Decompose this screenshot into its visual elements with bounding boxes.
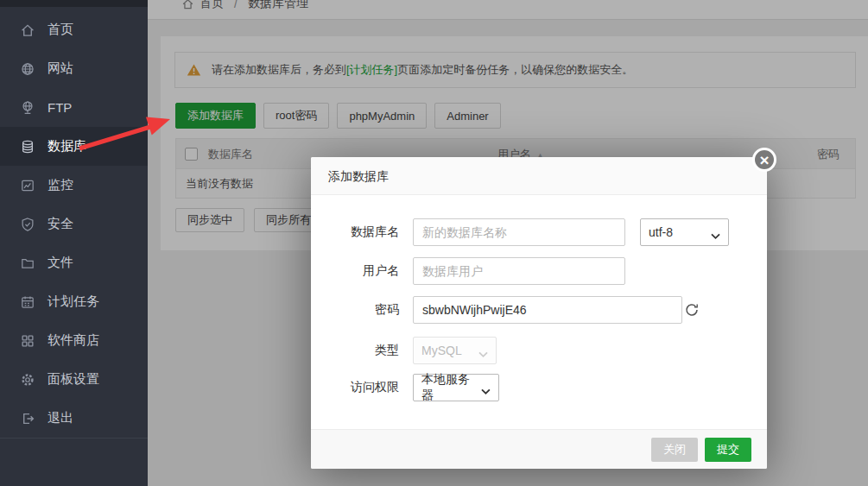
sidebar-item-label: 监控: [48, 177, 73, 193]
sidebar-menu: 首页 网站 FTP 数据库 监控 安全 文件 计划任务: [0, 7, 148, 439]
sidebar-item-settings[interactable]: 面板设置: [0, 360, 148, 399]
chevron-down-icon: [478, 347, 488, 354]
sidebar-item-label: 安全: [48, 216, 73, 232]
close-button[interactable]: 关闭: [651, 438, 698, 462]
dbtype-select-disabled: MySQL: [413, 337, 497, 364]
app-store-icon: [20, 333, 35, 349]
dbtype-label: 类型: [311, 343, 399, 358]
sidebar-item-label: FTP: [48, 100, 72, 115]
sidebar-item-monitor[interactable]: 监控: [0, 166, 148, 205]
dbname-row: 数据库名 utf-8: [311, 218, 767, 246]
sidebar-item-appstore[interactable]: 软件商店: [0, 321, 148, 360]
calendar-icon: [20, 294, 35, 310]
sidebar: 首页 网站 FTP 数据库 监控 安全 文件 计划任务: [0, 0, 148, 486]
sidebar-item-label: 数据库: [48, 138, 86, 155]
monitor-icon: [20, 178, 35, 193]
access-label: 访问权限: [311, 380, 399, 395]
add-database-modal: 添加数据库 数据库名 utf-8 用户名 密码 类型 MySQL 访问权限 本地…: [311, 157, 767, 469]
access-select[interactable]: 本地服务器: [413, 374, 499, 401]
shield-icon: [20, 217, 35, 232]
regenerate-password-icon[interactable]: [684, 302, 700, 318]
modal-title: 添加数据库: [311, 157, 767, 195]
sidebar-divider: [0, 438, 148, 439]
submit-button[interactable]: 提交: [705, 438, 751, 462]
sidebar-item-label: 退出: [48, 410, 73, 426]
dbtype-row: 类型 MySQL: [311, 337, 767, 364]
sidebar-item-files[interactable]: 文件: [0, 243, 148, 282]
sidebar-item-home[interactable]: 首页: [0, 10, 148, 49]
db-user-input[interactable]: [413, 257, 625, 285]
sidebar-item-label: 文件: [48, 255, 73, 271]
gear-icon: [20, 372, 35, 388]
sidebar-item-label: 计划任务: [48, 293, 99, 310]
chevron-down-icon: [481, 384, 491, 391]
modal-footer: 关闭 提交: [311, 429, 767, 469]
charset-select[interactable]: utf-8: [640, 218, 729, 246]
logout-icon: [20, 411, 35, 426]
charset-selected-value: utf-8: [649, 225, 673, 239]
sidebar-item-ftp[interactable]: FTP: [0, 88, 148, 127]
database-icon: [20, 139, 35, 155]
chevron-down-icon: [711, 229, 720, 236]
password-label: 密码: [311, 302, 399, 318]
password-row: 密码: [311, 296, 767, 324]
sidebar-item-label: 面板设置: [48, 371, 99, 388]
sidebar-item-label: 网站: [48, 60, 73, 77]
sidebar-item-label: 软件商店: [48, 332, 99, 349]
close-icon[interactable]: ×: [752, 148, 776, 172]
sidebar-item-logout[interactable]: 退出: [0, 399, 148, 438]
sidebar-item-label: 首页: [48, 22, 73, 38]
dbname-input[interactable]: [413, 218, 625, 246]
folder-icon: [20, 256, 35, 271]
sidebar-top-strip: [0, 0, 148, 7]
access-selected-value: 本地服务器: [421, 372, 481, 403]
ftp-globe-icon: [20, 100, 35, 116]
sidebar-item-security[interactable]: 安全: [0, 205, 148, 243]
access-row: 访问权限 本地服务器: [311, 374, 767, 401]
dbtype-selected-value: MySQL: [421, 344, 462, 357]
user-label: 用户名: [311, 263, 399, 279]
user-row: 用户名: [311, 257, 767, 285]
sidebar-item-cron[interactable]: 计划任务: [0, 282, 148, 321]
home-icon: [20, 22, 35, 38]
db-password-input[interactable]: [413, 296, 682, 324]
dbname-label: 数据库名: [311, 224, 399, 240]
sidebar-item-website[interactable]: 网站: [0, 49, 148, 88]
sidebar-item-database[interactable]: 数据库: [0, 127, 148, 166]
globe-icon: [20, 61, 35, 77]
